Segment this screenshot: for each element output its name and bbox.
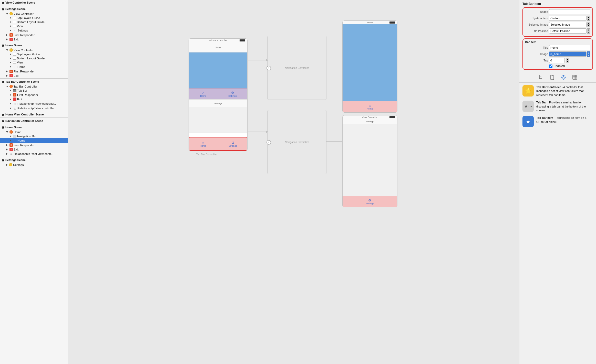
scene-home-scene-2[interactable]: ▣ Home Scene — [0, 125, 68, 130]
badge-input[interactable] — [549, 9, 590, 14]
status-rect-2 — [389, 116, 395, 118]
tab-settings-btn[interactable]: ⚙ Settings — [218, 89, 247, 99]
toolbar-table-icon[interactable] — [572, 74, 578, 80]
stepper-down-4[interactable]: ▼ — [587, 54, 590, 57]
tab-bar-middle: ⌂ Home ⚙ Settings — [189, 88, 247, 100]
selected-image-stepper: ▲ ▼ — [587, 22, 590, 27]
enabled-checkbox[interactable] — [549, 65, 552, 68]
tree-view-settings[interactable]: View — [0, 24, 68, 28]
item-label: Exit — [14, 38, 18, 41]
tab-home-highlighted[interactable]: ⌂ Home — [189, 137, 218, 150]
selected-image-select[interactable]: Selected Image — [549, 22, 587, 27]
item-label: Settings — [17, 29, 28, 32]
desc-title-tbi: Tab Bar Item — [536, 116, 553, 119]
scene-nav-controller-scene[interactable]: ▣ Navigation Controller Scene — [0, 118, 68, 123]
toolbar-doc-icon[interactable] — [538, 74, 544, 80]
tab-bar-controller-device: Tab Bar Controller Home ⌂ Home — [189, 38, 248, 151]
tree-home-nav-controller[interactable]: Home — [0, 130, 68, 134]
scene-home-scene-1[interactable]: ▣ Home Scene — [0, 43, 68, 48]
stepper-up-3[interactable]: ▲ — [587, 28, 590, 31]
stepper-up[interactable]: ▲ — [587, 16, 590, 18]
view-icon — [13, 25, 16, 27]
tree-top-layout[interactable]: Top Layout Guide — [0, 16, 68, 20]
tree-settings-2[interactable]: Settings — [0, 163, 68, 167]
tree-first-responder-home[interactable]: ⊕ First Responder — [0, 69, 68, 73]
tree-view-home[interactable]: View — [0, 60, 68, 65]
tree-exit-settings[interactable]: → Exit — [0, 37, 68, 41]
item-label: Top Layout Guide — [17, 16, 40, 19]
bar-tag-input[interactable] — [549, 58, 564, 63]
tree-tab-bar-controller[interactable]: Tab Bar Controller — [0, 84, 68, 89]
toolbar-phone-icon[interactable] — [549, 74, 555, 80]
scene-home-vc-scene[interactable]: ▣ Home View Controller Scene — [0, 112, 68, 117]
tree-navigation-bar[interactable]: Navigation Bar — [0, 134, 68, 138]
scene-label: Tab Bar Controller Scene — [5, 80, 39, 83]
item-label: Home — [17, 139, 25, 142]
title-position-select[interactable]: Default Position — [549, 28, 587, 34]
item-label: First Responder — [14, 144, 35, 147]
stepper-down-2[interactable]: ▼ — [587, 25, 590, 27]
inspector-header: Tab Bar Item Badge System Item Custom ▲ … — [519, 0, 596, 72]
device-title-label: Tab Bar Controller — [209, 39, 227, 42]
first-responder-icon: ⊕ — [9, 143, 13, 147]
scene-view-controller-scene[interactable]: ▣ View Controller Scene — [0, 0, 68, 5]
tree-view-controller-home[interactable]: View Controller — [0, 48, 68, 52]
tree-relationship-root[interactable]: ◎ Relationship "root view contr... — [0, 152, 68, 156]
bar-title-input[interactable] — [549, 45, 590, 50]
tree-home-nav[interactable]: ‹ Home — [0, 65, 68, 69]
nav-controller-bottom-label: Navigation Controller — [285, 141, 309, 144]
scene-icon: ▣ — [2, 8, 4, 10]
tab-home-btn[interactable]: ⌂ Home — [189, 89, 218, 99]
desc-text-tbi: Tab Bar Item - Represents an item on a U… — [536, 116, 593, 124]
first-responder-icon: ⊕ — [9, 33, 13, 37]
scene-settings-scene-2[interactable]: ▣ Settings Scene — [0, 157, 68, 163]
tree-home-star[interactable]: ★ Home — [0, 138, 68, 143]
stepper-down-3[interactable]: ▼ — [587, 31, 590, 34]
scene-tab-bar-controller-scene[interactable]: ▣ Tab Bar Controller Scene — [0, 79, 68, 84]
arrow-2 — [248, 131, 268, 133]
tree-exit-home2[interactable]: → Exit — [0, 147, 68, 152]
scene-settings-scene[interactable]: ▣ Settings Scene — [0, 6, 68, 12]
tree-first-responder-home2[interactable]: ⊕ First Responder — [0, 143, 68, 147]
tree-bottom-layout-home[interactable]: Bottom Layout Guide — [0, 56, 68, 60]
scene-icon: ▣ — [2, 159, 4, 162]
tree-first-responder-settings[interactable]: ⊕ First Responder — [0, 33, 68, 37]
desc-tab-bar-controller: ⭐ Tab Bar Controller - A controller that… — [522, 85, 593, 97]
title-position-wrapper: Default Position ▲ ▼ — [549, 28, 590, 34]
tree-exit-tbc[interactable]: → Exit — [0, 97, 68, 101]
desc-icon-tb: ★··· — [522, 101, 534, 112]
badge-row: Badge — [525, 9, 590, 14]
system-item-select[interactable]: Custom — [549, 16, 587, 21]
tree-top-layout-home[interactable]: Top Layout Guide — [0, 52, 68, 56]
item-label: View Controller — [14, 49, 34, 52]
tab-settings-highlighted[interactable]: ⚙ Settings — [218, 137, 248, 150]
stepper-down[interactable]: ▼ — [587, 18, 590, 21]
bar-title-row: Title — [525, 45, 590, 50]
system-item-row: System Item Custom ▲ ▼ — [525, 16, 590, 21]
settings-tab-label: Settings — [228, 95, 237, 97]
item-label: Relationship "view controller... — [17, 102, 57, 105]
description-section: ⭐ Tab Bar Controller - A controller that… — [519, 83, 596, 364]
tree-exit-home[interactable]: → Exit — [0, 73, 68, 78]
desc-text-tbc: Tab Bar Controller - A controller that m… — [536, 85, 593, 97]
tree-first-responder-tbc[interactable]: ⊕ First Responder — [0, 93, 68, 97]
stepper-up-2[interactable]: ▲ — [587, 22, 590, 25]
tree-bottom-layout[interactable]: Bottom Layout Guide — [0, 20, 68, 24]
bar-image-select[interactable]: ic_home — [549, 51, 587, 57]
nav-controller-top: Navigation Controller — [268, 36, 326, 100]
tree-view-controller-settings[interactable]: View Controller — [0, 12, 68, 16]
toolbar-target-icon[interactable] — [560, 74, 567, 80]
title-position-label: Title Position — [525, 29, 548, 33]
arrow-4 — [326, 140, 344, 143]
home-tab-btn[interactable]: ⌂ Home — [343, 101, 397, 112]
tree-relationship-2[interactable]: ◎ Relationship "view controller... — [0, 106, 68, 111]
tree-settings-nav[interactable]: ‹ Settings — [0, 28, 68, 33]
tree-relationship-1[interactable]: ◎ Relationship "view controller... — [0, 101, 68, 106]
tag-stepper-down[interactable]: ▼ — [566, 60, 569, 63]
stepper-up-4[interactable]: ▲ — [587, 51, 590, 54]
tree-tab-bar[interactable]: Tab Bar — [0, 89, 68, 93]
expand-icon — [6, 164, 8, 166]
settings-tab-device-btn[interactable]: ⚙ Settings — [343, 196, 397, 207]
item-label: Top Layout Guide — [17, 53, 40, 56]
tag-stepper-up[interactable]: ▲ — [566, 58, 569, 60]
